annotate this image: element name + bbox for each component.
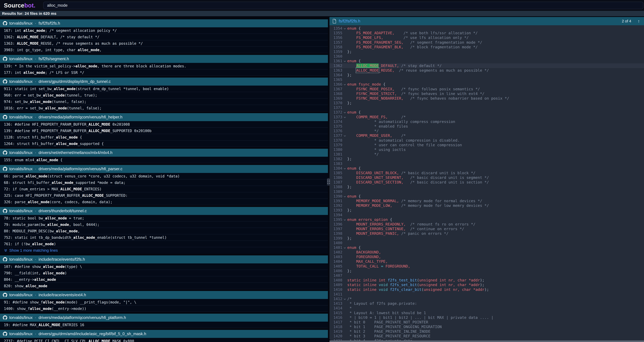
match-row[interactable]: 79: module_param(bw_alloc_mode, bool, 04… (0, 221, 328, 228)
code-line[interactable]: 1360 (330, 54, 644, 59)
code-line[interactable]: 1413 * Layout of f2fs page.private: (330, 301, 644, 306)
code-line[interactable]: 1358 FS_MODE_FRAGMENT_BLK, /* block frag… (330, 45, 644, 49)
code-line[interactable]: 1376 */ (330, 129, 644, 133)
match-row[interactable]: 66: parse_alloc_mode(struct venus_core *… (0, 173, 328, 179)
code-line[interactable]: 1373 COMPR_MODE_FS, /* (330, 115, 644, 119)
code-line[interactable]: 1407 (330, 273, 644, 278)
match-row[interactable]: 325: case HFI_PROPERTY_PARAM_BUFFER_ALLO… (0, 192, 328, 199)
code-line[interactable]: 1385 DISCARD_UNIT_BLOCK, /* basic discar… (330, 171, 644, 175)
file-group-header[interactable]: torvalds/linux·include/trace/events/ext4… (0, 291, 328, 299)
fold-toggle[interactable] (342, 134, 347, 137)
code-line[interactable]: 1365 (330, 77, 644, 82)
code-line[interactable]: 1419 * bit 2 PAGE_PRIVATE_INLINE_INODE (330, 329, 644, 334)
fold-toggle[interactable] (342, 195, 347, 198)
code-line[interactable]: 1395enum errors_option { (330, 217, 644, 222)
code-line[interactable]: 1408static inline int f2fs_test_bit(unsi… (330, 278, 644, 282)
previous-match-icon[interactable]: ↑ (638, 19, 640, 23)
code-line[interactable]: 1388}; (330, 185, 644, 189)
file-group-header[interactable]: torvalds/linux·fs/f2fs/f2fs.h (0, 19, 328, 27)
code-line[interactable]: 1357 FS_MODE_FRAGMENT_SEG, /* segment fr… (330, 40, 644, 45)
match-row[interactable]: 790: __field(int, alloc_mode) (0, 270, 328, 276)
code-line[interactable]: 1415 * Layout A: lowest bit should be 1 (330, 310, 644, 315)
file-group-header[interactable]: torvalds/linux·drivers/gpu/drm/amd/inclu… (0, 330, 328, 338)
code-line[interactable]: 1372enum { (330, 110, 644, 115)
code-line[interactable]: 1359}; (330, 49, 644, 54)
code-line[interactable]: 1384enum { (330, 166, 644, 171)
code-line[interactable]: 1361enum { (330, 59, 644, 63)
match-row[interactable]: 91: #define show_falloc_mode(mode) __pri… (0, 299, 328, 305)
code-line[interactable]: 1374 * automatically compress compressio… (330, 119, 644, 124)
code-line[interactable]: 1386 DISCARD_UNIT_SEGMENT, /* basic disc… (330, 175, 644, 180)
match-row[interactable]: 155: enum mlx4_alloc_mode { (0, 157, 328, 163)
match-row[interactable]: 1264: struct hfi_buffer_alloc_mode_suppo… (0, 140, 328, 147)
code-line[interactable]: 1375 * enabled files (330, 124, 644, 129)
match-row[interactable]: 911: static int set_bw_alloc_mode(struct… (0, 86, 328, 92)
file-group-header[interactable]: torvalds/linux·drivers/media/platform/qc… (0, 113, 328, 121)
code-line[interactable]: 1394 (330, 213, 644, 217)
code-line[interactable]: 1393}; (330, 208, 644, 212)
code-line[interactable]: 1406}; (330, 268, 644, 273)
match-row[interactable]: 139: * In the victim_sel_policy->alloc_m… (0, 63, 328, 69)
code-line[interactable]: 1368 FSYNC_MODE_STRICT, /* fsync behaves… (330, 91, 644, 96)
code-line[interactable]: 1366enum fsync_mode { (330, 82, 644, 87)
code-line[interactable]: 1364}; (330, 73, 644, 77)
file-group-header[interactable]: torvalds/linux·drivers/media/platform/qc… (0, 314, 328, 322)
sourcebot-logo[interactable]: Sourcebot. (4, 0, 36, 11)
fold-toggle[interactable] (342, 83, 347, 86)
code-line[interactable]: 1371 (330, 105, 644, 110)
file-group-header[interactable]: torvalds/linux·fs/f2fs/segment.h (0, 55, 328, 63)
match-row[interactable]: 68: struct hfi_buffer_alloc_mode_support… (0, 179, 328, 186)
match-row[interactable]: 820: show_alloc_mode (0, 283, 328, 289)
code-line[interactable]: 1390enum { (330, 194, 644, 199)
code-line[interactable]: 1370}; (330, 101, 644, 105)
match-row[interactable]: 177: int alloc_mode; /* LFS or SSR */ (0, 69, 328, 76)
code-line[interactable]: 1416 * | bit0 = 1 | bit1 | bit2 | ... | … (330, 315, 644, 320)
fold-toggle[interactable] (342, 27, 347, 30)
panel-resize-handle[interactable] (327, 178, 330, 186)
horizontal-scrollbar[interactable] (330, 340, 644, 342)
match-row[interactable]: 19: #define MAX_ALLOC_MODE_ENTRIES 16 (0, 322, 328, 328)
code-line[interactable]: 1420 * bit 3 PAGE_PRIVATE_REF_RESOURCE (330, 334, 644, 338)
match-row[interactable]: 1016: err = set_bw_alloc_mode(tunnel, fa… (0, 105, 328, 111)
fold-toggle[interactable] (342, 59, 347, 63)
fold-toggle[interactable] (342, 218, 347, 221)
file-group-header[interactable]: torvalds/linux·include/trace/events/f2fs… (0, 255, 328, 263)
code-line[interactable]: 1377 COMPR_MODE_USER, /* (330, 133, 644, 138)
code-line[interactable]: 1389 (330, 189, 644, 194)
code-line[interactable]: 1381 */ (330, 152, 644, 157)
code-line[interactable]: 1401enum { (330, 245, 644, 250)
code-line[interactable]: 1354enum { (330, 26, 644, 31)
code-line[interactable]: 1414 * (330, 306, 644, 310)
code-line[interactable]: 1367 FSYNC_MODE_POSIX, /* fsync follows … (330, 87, 644, 91)
match-row[interactable]: 1362: ALLOC_MODE_DEFAULT, /* stay defaul… (0, 34, 328, 40)
match-row[interactable]: 2737: #define PCIE_CI_CNTL__CI_SLV_CPL_A… (0, 338, 328, 342)
code-line[interactable]: 1409static inline void f2fs_set_bit(unsi… (330, 282, 644, 287)
code-line[interactable]: 1383 (330, 161, 644, 166)
code-line[interactable]: 1405 TOTAL_CALL = FOREGROUND, (330, 264, 644, 268)
code-line[interactable]: 1392 MEMORY_MODE_LOW, /* memory mode for… (330, 203, 644, 208)
match-row[interactable]: 761: if (!bw_alloc_mode) (0, 241, 328, 247)
match-row[interactable]: 752: static int tb_dp_bandwidth_alloc_mo… (0, 234, 328, 241)
match-row[interactable]: 80: MODULE_PARM_DESC(bw_alloc_mode, (0, 228, 328, 234)
match-row[interactable]: 3903: int gc_type, int type, char alloc_… (0, 47, 328, 53)
code-line[interactable]: 1418 * bit 1 PAGE_PRIVATE_ONGOING_MIGRAT… (330, 324, 644, 329)
code-line[interactable]: 1363 ALLOC_MODE_REUSE, /* reuse segments… (330, 68, 644, 73)
code-line[interactable]: 1379 * user can control the file compres… (330, 143, 644, 147)
code-line[interactable]: 1382}; (330, 157, 644, 161)
fold-toggle[interactable] (342, 246, 347, 249)
code-line[interactable]: 1378 * automatical compression is disabl… (330, 138, 644, 143)
match-row[interactable]: 1363: ALLOC_MODE_REUSE, /* reuse segment… (0, 40, 328, 47)
code-line[interactable]: 1356 FS_MODE_LFS, /* use lfs allocation … (330, 35, 644, 40)
code-line[interactable]: 1417 * bit 0 PAGE_PRIVATE_NOT_POINTER (330, 320, 644, 324)
code-line[interactable]: 1387 DISCARD_UNIT_SECTION, /* basic disc… (330, 180, 644, 185)
code-line[interactable]: 1397 MOUNT_ERRORS_CONTINUE, /* continue … (330, 226, 644, 231)
match-row[interactable]: 78: static bool bw_alloc_mode = true; (0, 215, 328, 221)
code-line[interactable]: 1421 * bit 4- f2fs_private_data (330, 338, 644, 340)
preview-file-path[interactable]: fs/f2fs/f2fs.h (339, 19, 360, 24)
match-row[interactable]: 960: err = set_bw_alloc_mode(tunnel, tru… (0, 92, 328, 99)
match-row[interactable]: 1128: struct hfi_buffer_alloc_mode { (0, 134, 328, 140)
match-row[interactable]: 804: __entry->alloc_mode (0, 276, 328, 283)
match-row[interactable]: 326: parse_alloc_mode(core, codecs, doma… (0, 199, 328, 205)
file-group-header[interactable]: torvalds/linux·drivers/gpu/drm/display/d… (0, 78, 328, 86)
search-input[interactable] (43, 2, 643, 9)
